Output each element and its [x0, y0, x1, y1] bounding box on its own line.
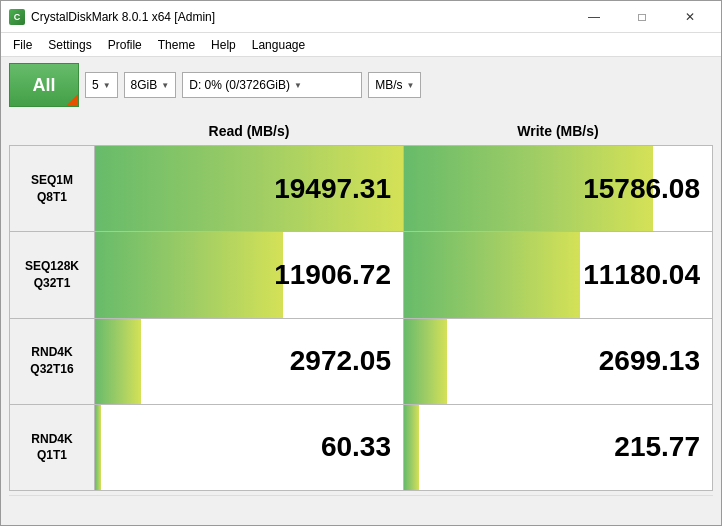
toolbar: All 5 ▼ 8GiB ▼ D: 0% (0/3726GiB) ▼ MB/s … — [1, 57, 721, 113]
menu-settings[interactable]: Settings — [40, 36, 99, 54]
size-select[interactable]: 8GiB ▼ — [124, 72, 177, 98]
unit-arrow: ▼ — [407, 81, 415, 90]
label-cell-1: SEQ128KQ32T1 — [10, 232, 95, 318]
close-button[interactable]: ✕ — [667, 7, 713, 27]
app-icon: C — [9, 9, 25, 25]
read-cell-0: 19497.31 — [95, 146, 404, 232]
menu-help[interactable]: Help — [203, 36, 244, 54]
read-value-2: 2972.05 — [95, 319, 403, 404]
table-row: SEQ1MQ8T1 19497.31 15786.08 — [10, 146, 713, 232]
window-title: CrystalDiskMark 8.0.1 x64 [Admin] — [31, 10, 571, 24]
menu-bar: File Settings Profile Theme Help Languag… — [1, 33, 721, 57]
drive-select[interactable]: D: 0% (0/3726GiB) ▼ — [182, 72, 362, 98]
menu-profile[interactable]: Profile — [100, 36, 150, 54]
label-cell-3: RND4KQ1T1 — [10, 404, 95, 490]
write-value-3: 215.77 — [404, 405, 712, 490]
read-cell-3: 60.33 — [95, 404, 404, 490]
status-bar — [9, 495, 713, 517]
drive-arrow: ▼ — [294, 81, 302, 90]
window-controls: — □ ✕ — [571, 7, 713, 27]
write-cell-1: 11180.04 — [404, 232, 713, 318]
count-select[interactable]: 5 ▼ — [85, 72, 118, 98]
drive-value: D: 0% (0/3726GiB) — [189, 78, 290, 92]
title-bar: C CrystalDiskMark 8.0.1 x64 [Admin] — □ … — [1, 1, 721, 33]
unit-select[interactable]: MB/s ▼ — [368, 72, 421, 98]
size-arrow: ▼ — [161, 81, 169, 90]
main-content: Read (MB/s) Write (MB/s) SEQ1MQ8T1 19497… — [1, 113, 721, 525]
all-button[interactable]: All — [9, 63, 79, 107]
count-value: 5 — [92, 78, 99, 92]
minimize-button[interactable]: — — [571, 7, 617, 27]
table-row: SEQ128KQ32T1 11906.72 11180.04 — [10, 232, 713, 318]
unit-value: MB/s — [375, 78, 402, 92]
write-value-2: 2699.13 — [404, 319, 712, 404]
main-window: C CrystalDiskMark 8.0.1 x64 [Admin] — □ … — [0, 0, 722, 526]
label-cell-2: RND4KQ32T16 — [10, 318, 95, 404]
label-cell-0: SEQ1MQ8T1 — [10, 146, 95, 232]
read-value-3: 60.33 — [95, 405, 403, 490]
read-value-1: 11906.72 — [95, 232, 403, 317]
write-value-0: 15786.08 — [404, 146, 712, 231]
read-value-0: 19497.31 — [95, 146, 403, 231]
count-arrow: ▼ — [103, 81, 111, 90]
write-cell-3: 215.77 — [404, 404, 713, 490]
col-read-header: Read (MB/s) — [95, 117, 404, 146]
benchmark-table: Read (MB/s) Write (MB/s) SEQ1MQ8T1 19497… — [9, 117, 713, 491]
table-row: RND4KQ32T16 2972.05 2699.13 — [10, 318, 713, 404]
col-write-header: Write (MB/s) — [404, 117, 713, 146]
write-cell-0: 15786.08 — [404, 146, 713, 232]
read-cell-2: 2972.05 — [95, 318, 404, 404]
table-row: RND4KQ1T1 60.33 215.77 — [10, 404, 713, 490]
write-value-1: 11180.04 — [404, 232, 712, 317]
write-cell-2: 2699.13 — [404, 318, 713, 404]
menu-language[interactable]: Language — [244, 36, 313, 54]
size-value: 8GiB — [131, 78, 158, 92]
maximize-button[interactable]: □ — [619, 7, 665, 27]
menu-file[interactable]: File — [5, 36, 40, 54]
menu-theme[interactable]: Theme — [150, 36, 203, 54]
read-cell-1: 11906.72 — [95, 232, 404, 318]
